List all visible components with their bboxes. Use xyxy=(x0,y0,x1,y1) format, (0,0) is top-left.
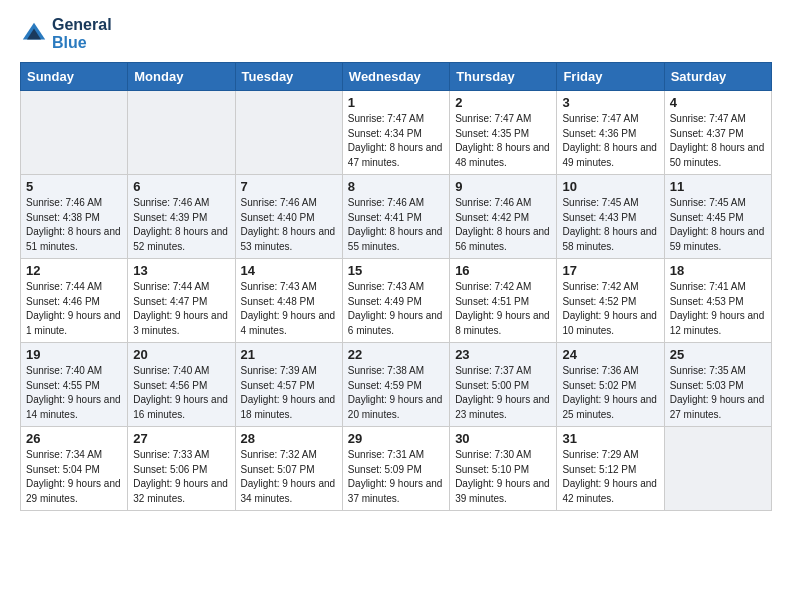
calendar-cell xyxy=(664,427,771,511)
calendar-cell: 30Sunrise: 7:30 AM Sunset: 5:10 PM Dayli… xyxy=(450,427,557,511)
cell-info: Sunrise: 7:46 AM Sunset: 4:41 PM Dayligh… xyxy=(348,196,444,254)
day-number: 30 xyxy=(455,431,551,446)
calendar-cell: 6Sunrise: 7:46 AM Sunset: 4:39 PM Daylig… xyxy=(128,175,235,259)
cell-info: Sunrise: 7:47 AM Sunset: 4:37 PM Dayligh… xyxy=(670,112,766,170)
calendar-cell: 27Sunrise: 7:33 AM Sunset: 5:06 PM Dayli… xyxy=(128,427,235,511)
day-number: 23 xyxy=(455,347,551,362)
calendar-cell: 29Sunrise: 7:31 AM Sunset: 5:09 PM Dayli… xyxy=(342,427,449,511)
weekday-header-monday: Monday xyxy=(128,63,235,91)
calendar-table: SundayMondayTuesdayWednesdayThursdayFrid… xyxy=(20,62,772,511)
weekday-header-saturday: Saturday xyxy=(664,63,771,91)
cell-info: Sunrise: 7:44 AM Sunset: 4:47 PM Dayligh… xyxy=(133,280,229,338)
day-number: 22 xyxy=(348,347,444,362)
day-number: 4 xyxy=(670,95,766,110)
calendar-cell: 16Sunrise: 7:42 AM Sunset: 4:51 PM Dayli… xyxy=(450,259,557,343)
cell-info: Sunrise: 7:44 AM Sunset: 4:46 PM Dayligh… xyxy=(26,280,122,338)
calendar-cell xyxy=(128,91,235,175)
cell-info: Sunrise: 7:40 AM Sunset: 4:56 PM Dayligh… xyxy=(133,364,229,422)
calendar-cell: 18Sunrise: 7:41 AM Sunset: 4:53 PM Dayli… xyxy=(664,259,771,343)
calendar-cell: 8Sunrise: 7:46 AM Sunset: 4:41 PM Daylig… xyxy=(342,175,449,259)
calendar-cell: 23Sunrise: 7:37 AM Sunset: 5:00 PM Dayli… xyxy=(450,343,557,427)
day-number: 7 xyxy=(241,179,337,194)
logo: General Blue xyxy=(20,16,112,52)
cell-info: Sunrise: 7:42 AM Sunset: 4:51 PM Dayligh… xyxy=(455,280,551,338)
cell-info: Sunrise: 7:34 AM Sunset: 5:04 PM Dayligh… xyxy=(26,448,122,506)
day-number: 17 xyxy=(562,263,658,278)
day-number: 12 xyxy=(26,263,122,278)
day-number: 16 xyxy=(455,263,551,278)
day-number: 6 xyxy=(133,179,229,194)
cell-info: Sunrise: 7:43 AM Sunset: 4:49 PM Dayligh… xyxy=(348,280,444,338)
cell-info: Sunrise: 7:36 AM Sunset: 5:02 PM Dayligh… xyxy=(562,364,658,422)
calendar-cell: 19Sunrise: 7:40 AM Sunset: 4:55 PM Dayli… xyxy=(21,343,128,427)
calendar-cell: 9Sunrise: 7:46 AM Sunset: 4:42 PM Daylig… xyxy=(450,175,557,259)
cell-info: Sunrise: 7:33 AM Sunset: 5:06 PM Dayligh… xyxy=(133,448,229,506)
cell-info: Sunrise: 7:39 AM Sunset: 4:57 PM Dayligh… xyxy=(241,364,337,422)
calendar-cell xyxy=(235,91,342,175)
calendar-cell: 15Sunrise: 7:43 AM Sunset: 4:49 PM Dayli… xyxy=(342,259,449,343)
calendar-cell: 31Sunrise: 7:29 AM Sunset: 5:12 PM Dayli… xyxy=(557,427,664,511)
day-number: 2 xyxy=(455,95,551,110)
day-number: 29 xyxy=(348,431,444,446)
calendar-cell: 22Sunrise: 7:38 AM Sunset: 4:59 PM Dayli… xyxy=(342,343,449,427)
cell-info: Sunrise: 7:46 AM Sunset: 4:42 PM Dayligh… xyxy=(455,196,551,254)
cell-info: Sunrise: 7:29 AM Sunset: 5:12 PM Dayligh… xyxy=(562,448,658,506)
logo-general: General xyxy=(52,16,112,34)
cell-info: Sunrise: 7:30 AM Sunset: 5:10 PM Dayligh… xyxy=(455,448,551,506)
day-number: 19 xyxy=(26,347,122,362)
day-number: 28 xyxy=(241,431,337,446)
day-number: 14 xyxy=(241,263,337,278)
cell-info: Sunrise: 7:42 AM Sunset: 4:52 PM Dayligh… xyxy=(562,280,658,338)
day-number: 21 xyxy=(241,347,337,362)
calendar-cell: 10Sunrise: 7:45 AM Sunset: 4:43 PM Dayli… xyxy=(557,175,664,259)
cell-info: Sunrise: 7:35 AM Sunset: 5:03 PM Dayligh… xyxy=(670,364,766,422)
calendar-cell: 13Sunrise: 7:44 AM Sunset: 4:47 PM Dayli… xyxy=(128,259,235,343)
cell-info: Sunrise: 7:46 AM Sunset: 4:38 PM Dayligh… xyxy=(26,196,122,254)
day-number: 27 xyxy=(133,431,229,446)
day-number: 11 xyxy=(670,179,766,194)
day-number: 18 xyxy=(670,263,766,278)
weekday-header-row: SundayMondayTuesdayWednesdayThursdayFrid… xyxy=(21,63,772,91)
week-row-1: 1Sunrise: 7:47 AM Sunset: 4:34 PM Daylig… xyxy=(21,91,772,175)
week-row-4: 19Sunrise: 7:40 AM Sunset: 4:55 PM Dayli… xyxy=(21,343,772,427)
cell-info: Sunrise: 7:40 AM Sunset: 4:55 PM Dayligh… xyxy=(26,364,122,422)
day-number: 20 xyxy=(133,347,229,362)
week-row-2: 5Sunrise: 7:46 AM Sunset: 4:38 PM Daylig… xyxy=(21,175,772,259)
cell-info: Sunrise: 7:37 AM Sunset: 5:00 PM Dayligh… xyxy=(455,364,551,422)
week-row-3: 12Sunrise: 7:44 AM Sunset: 4:46 PM Dayli… xyxy=(21,259,772,343)
calendar-cell: 17Sunrise: 7:42 AM Sunset: 4:52 PM Dayli… xyxy=(557,259,664,343)
day-number: 25 xyxy=(670,347,766,362)
calendar-cell: 28Sunrise: 7:32 AM Sunset: 5:07 PM Dayli… xyxy=(235,427,342,511)
day-number: 13 xyxy=(133,263,229,278)
day-number: 3 xyxy=(562,95,658,110)
week-row-5: 26Sunrise: 7:34 AM Sunset: 5:04 PM Dayli… xyxy=(21,427,772,511)
calendar-cell: 14Sunrise: 7:43 AM Sunset: 4:48 PM Dayli… xyxy=(235,259,342,343)
cell-info: Sunrise: 7:47 AM Sunset: 4:35 PM Dayligh… xyxy=(455,112,551,170)
calendar-cell: 3Sunrise: 7:47 AM Sunset: 4:36 PM Daylig… xyxy=(557,91,664,175)
calendar-cell: 2Sunrise: 7:47 AM Sunset: 4:35 PM Daylig… xyxy=(450,91,557,175)
calendar-cell: 26Sunrise: 7:34 AM Sunset: 5:04 PM Dayli… xyxy=(21,427,128,511)
cell-info: Sunrise: 7:43 AM Sunset: 4:48 PM Dayligh… xyxy=(241,280,337,338)
day-number: 15 xyxy=(348,263,444,278)
cell-info: Sunrise: 7:32 AM Sunset: 5:07 PM Dayligh… xyxy=(241,448,337,506)
cell-info: Sunrise: 7:38 AM Sunset: 4:59 PM Dayligh… xyxy=(348,364,444,422)
day-number: 9 xyxy=(455,179,551,194)
calendar-cell: 24Sunrise: 7:36 AM Sunset: 5:02 PM Dayli… xyxy=(557,343,664,427)
day-number: 1 xyxy=(348,95,444,110)
logo-icon xyxy=(20,20,48,48)
day-number: 5 xyxy=(26,179,122,194)
page-header: General Blue xyxy=(20,16,772,52)
calendar-cell: 5Sunrise: 7:46 AM Sunset: 4:38 PM Daylig… xyxy=(21,175,128,259)
calendar-cell: 25Sunrise: 7:35 AM Sunset: 5:03 PM Dayli… xyxy=(664,343,771,427)
calendar-cell: 4Sunrise: 7:47 AM Sunset: 4:37 PM Daylig… xyxy=(664,91,771,175)
weekday-header-thursday: Thursday xyxy=(450,63,557,91)
day-number: 24 xyxy=(562,347,658,362)
weekday-header-wednesday: Wednesday xyxy=(342,63,449,91)
day-number: 31 xyxy=(562,431,658,446)
day-number: 10 xyxy=(562,179,658,194)
calendar-cell: 12Sunrise: 7:44 AM Sunset: 4:46 PM Dayli… xyxy=(21,259,128,343)
cell-info: Sunrise: 7:46 AM Sunset: 4:40 PM Dayligh… xyxy=(241,196,337,254)
weekday-header-friday: Friday xyxy=(557,63,664,91)
cell-info: Sunrise: 7:45 AM Sunset: 4:43 PM Dayligh… xyxy=(562,196,658,254)
cell-info: Sunrise: 7:31 AM Sunset: 5:09 PM Dayligh… xyxy=(348,448,444,506)
